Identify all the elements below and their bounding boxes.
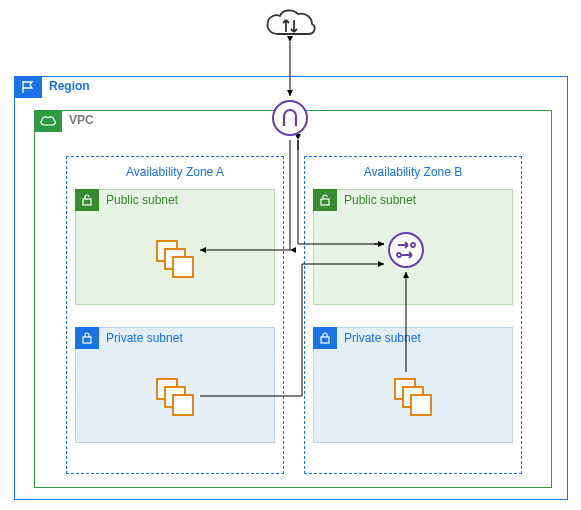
lock-open-icon [313,189,337,211]
az-a-private-subnet: Private subnet [75,327,275,443]
region-flag-icon [14,76,42,98]
svg-rect-7 [173,395,193,415]
az-b-private-subnet: Private subnet [313,327,513,443]
instance-stack-icon [154,376,198,423]
az-b-public-label: Public subnet [344,193,416,207]
az-b-private-label: Private subnet [344,331,421,345]
az-a-private-label: Private subnet [106,331,183,345]
svg-point-13 [411,243,415,247]
svg-rect-0 [83,199,91,205]
availability-zone-b: Availability Zone B Public subnet Privat… [304,156,522,474]
svg-rect-3 [173,257,193,277]
lock-open-icon [75,189,99,211]
nat-gateway-icon [388,232,424,268]
region-label: Region [49,79,90,93]
availability-zone-a: Availability Zone A Public subnet [66,156,284,474]
svg-rect-8 [321,199,329,205]
internet-cloud-icon [262,6,318,45]
lock-closed-icon [313,327,337,349]
az-a-label: Availability Zone A [67,157,283,179]
vpc-label: VPC [69,113,94,127]
instance-stack-icon [392,376,436,423]
lock-closed-icon [75,327,99,349]
az-a-public-label: Public subnet [106,193,178,207]
svg-point-14 [397,253,401,257]
diagram-root: Region VPC Availability Zone A Public su… [0,0,581,510]
az-a-public-subnet: Public subnet [75,189,275,305]
svg-rect-9 [321,337,329,343]
svg-rect-4 [83,337,91,343]
vpc-cloud-icon [34,110,62,132]
svg-rect-12 [411,395,431,415]
internet-gateway-icon [272,100,308,136]
instance-stack-icon [154,238,198,285]
az-b-label: Availability Zone B [305,157,521,179]
